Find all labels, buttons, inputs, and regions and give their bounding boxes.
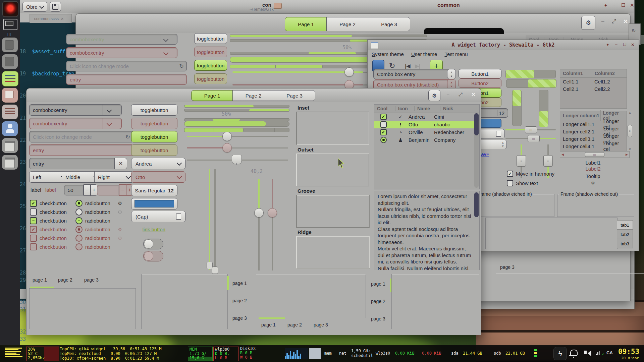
tab-page2[interactable]: page 2 [58,277,72,283]
front-close-icon[interactable]: ✕ [471,92,476,98]
bg-gear-button[interactable]: ⚙ [581,16,595,30]
gtk2-titlebar[interactable]: A widget factory - Skewaita - Gtk2 ✦ − ☐… [368,40,639,50]
dock-script-icon-2[interactable] [2,54,18,69]
tree-row[interactable]: ✓ ✓ Andrea Cimi [374,113,479,121]
tree-row[interactable]: ♟ Benjamin Company [374,136,479,144]
gtk2-table2-hscrollbar[interactable]: ◀ ||| ▶ [560,151,630,158]
gtk2-table1[interactable]: Column1Column2 Cell1.1Cell1.2 Cell2.1Cel… [560,69,627,109]
dock-window-icon-2[interactable] [2,155,18,170]
bg-tab-page2[interactable]: Page 2 [326,17,369,31]
togglebutton-active[interactable]: togglebutton [131,131,177,142]
checkbutton-unchecked[interactable] [30,208,37,216]
net-label[interactable]: net [339,351,346,356]
front-maximize-icon[interactable]: ⤢ [459,92,463,98]
entry-clear-button[interactable]: ✕ [114,158,127,169]
tab-page1[interactable]: page 1 [232,281,247,286]
gtk2-harmony-row[interactable]: ✓ Move in harmony [507,171,554,177]
scroll-thumb[interactable]: ≡ [628,125,632,137]
tab-close-icon[interactable]: ✕ [61,17,64,21]
gtk2-close-icon[interactable]: ✕ [631,42,635,47]
gtk2-vslider1-handle[interactable]: ≡ [517,155,526,167]
mem-label[interactable]: mem [324,351,332,356]
tab-page3[interactable]: page 3 [84,277,99,283]
first-icon[interactable]: |◀ [405,63,410,69]
front-tab-page2[interactable]: Page 2 [232,90,274,101]
network-signal-icon[interactable]: ✓ [596,351,604,356]
entry-clearable[interactable]: entry [29,158,122,169]
scroll-left-icon[interactable]: ◀ [561,153,564,156]
radiobutton-unchecked[interactable] [75,208,83,216]
vscale-round1-knob[interactable] [254,208,264,218]
menu-test-menu[interactable]: Test menu [444,51,468,57]
restore-icon[interactable]: ☐ [621,2,626,8]
open-button[interactable]: Obre [22,2,47,12]
dock-list-icon[interactable] [2,105,18,119]
gtk2-table2-vscrollbar[interactable]: ∧ ≡ ∨ [627,111,633,151]
togglebutton[interactable]: togglebutton [131,104,177,116]
scale2-knob[interactable] [222,143,232,153]
menu-user-theme[interactable]: User theme [411,51,437,57]
pin-icon[interactable]: ✦ [604,3,608,8]
dock-layers-icon[interactable] [2,88,18,103]
gtk2-tab3[interactable]: tab3 [617,239,633,248]
gtk2-vslider2-handle[interactable]: ≡ [543,155,553,167]
checkbox-checked-icon[interactable]: ✓ [507,171,513,177]
volume-icon[interactable] [584,350,591,356]
gear-icon[interactable]: ⚙ [118,200,122,206]
gtk2-restore-icon[interactable]: ☐ [623,42,627,47]
bg-togglebutton[interactable]: togglebutton [194,33,227,44]
tree-row-selected[interactable]: ! Otto chaotic [374,121,479,128]
cpu-histogram[interactable] [285,348,308,359]
vscale-round2-knob[interactable] [268,208,277,218]
entry-icon-mode[interactable]: Click icon to change mode ↻ [29,131,134,142]
vscale-thin-gray-handle[interactable] [212,266,218,274]
treeview[interactable]: Cool Icon Name Nick ✓ ✓ Andrea Cimi ! Ot… [374,104,480,189]
bell-icon[interactable] [570,350,578,355]
spinbutton[interactable]: 50 − + [64,185,98,195]
menu-system-theme[interactable]: System theme [372,51,404,57]
tab-page1[interactable]: page 1 [371,281,385,287]
dock-settings-icon-active[interactable] [2,71,18,86]
tab-page3[interactable]: page 3 [371,316,385,321]
gtk2-combo-entry[interactable]: Combo box entry [373,69,454,79]
dock-window-icon-1[interactable] [2,138,18,153]
textview[interactable]: Lorem ipsum dolor sit amet, consectetur … [374,191,480,270]
dock-script-icon-1[interactable] [2,38,18,52]
bg-close-icon[interactable]: ✕ [623,18,628,25]
bg-page3-tab[interactable]: page 3 [500,264,515,270]
checkbutton-checked[interactable]: ✓ [30,200,37,207]
bg-scale-knob[interactable] [344,67,354,77]
minimize-icon[interactable]: − [612,2,615,8]
bg-maximize-icon[interactable]: ⤢ [612,18,616,24]
bg-tab-page1[interactable]: Page 1 [285,17,327,31]
bg-entry-icon-mode[interactable]: Click icon to change mode ↻ [66,61,187,71]
gtk2-combo-arrows[interactable]: ∧∨ [447,69,456,79]
tab-page3[interactable]: page 3 [314,322,328,327]
bg-togglebutton-active[interactable]: togglebutton [194,60,227,71]
dock-contact-icon[interactable] [2,121,18,136]
scale-knob[interactable] [222,132,232,141]
front-tab-page3[interactable]: Page 3 [274,90,315,101]
combo-andrea[interactable]: Andrea [131,158,185,169]
scroll-up-icon[interactable]: ∧ [629,111,631,115]
front-gear-button[interactable]: ⚙ [428,90,440,101]
text-scroll-thumb[interactable] [474,192,479,217]
gtk2-table2[interactable]: Longer column1Longer col Longer cell1.1L… [560,111,627,151]
gtk2-minimize-icon[interactable]: − [615,42,618,47]
bg-tab-page3[interactable]: Page 3 [368,17,410,31]
comboboxentry[interactable]: comboboxentry [29,104,122,116]
cap-button[interactable]: (Cap) [131,211,185,222]
combo-right[interactable]: Right [94,171,134,183]
tab-page3[interactable]: page 3 [232,315,247,321]
tab-page1[interactable]: page 1 [261,322,276,327]
switch-off[interactable] [143,239,163,249]
scale3-knob[interactable] [232,155,242,164]
link-button[interactable]: link button [131,227,177,232]
clock[interactable]: 09:53 [618,348,639,356]
close-icon[interactable]: ✕ [630,2,634,8]
spin-plus[interactable]: + [91,184,98,196]
hal-eye-icon[interactable] [2,1,18,17]
checkbox-unchecked-icon[interactable] [507,180,513,186]
tree-row[interactable]: ✓ ◔ Orville Redenbacher [374,128,479,136]
refresh-icon[interactable]: ↻ [179,63,184,69]
